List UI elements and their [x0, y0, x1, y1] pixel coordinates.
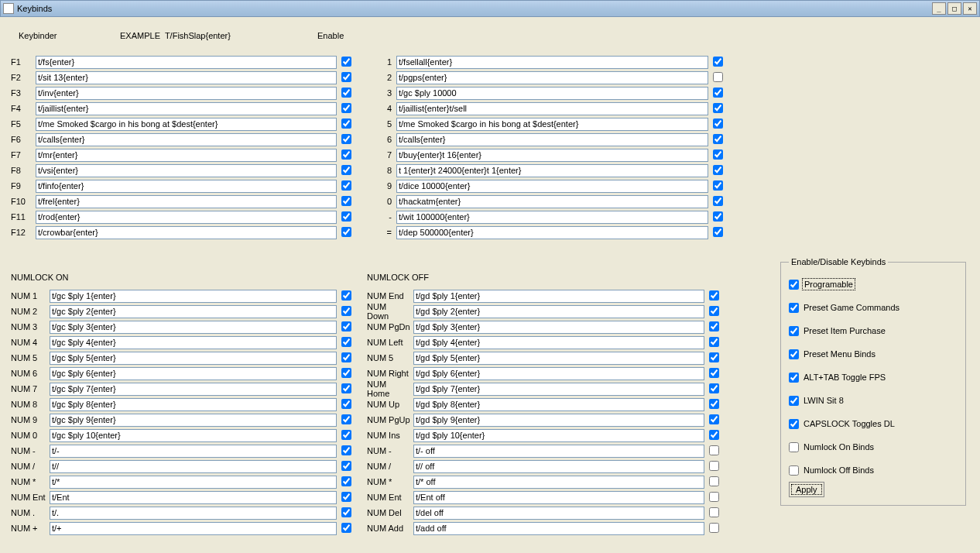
enable-checkbox[interactable]	[341, 227, 351, 237]
enable-checkbox[interactable]	[341, 149, 351, 160]
keybind-input[interactable]	[396, 133, 708, 146]
enable-checkbox[interactable]	[713, 196, 723, 206]
enable-checkbox[interactable]	[341, 103, 351, 113]
keybind-input[interactable]	[50, 522, 337, 535]
keybind-input[interactable]	[413, 460, 704, 473]
enable-checkbox[interactable]	[341, 383, 351, 393]
enable-checkbox[interactable]	[713, 211, 723, 222]
enable-checkbox[interactable]	[341, 476, 351, 486]
keybind-input[interactable]	[50, 367, 337, 380]
keybind-input[interactable]	[50, 290, 337, 303]
toggle-checkbox[interactable]	[789, 442, 799, 452]
toggle-checkbox[interactable]	[789, 349, 799, 359]
keybind-input[interactable]	[36, 195, 337, 208]
enable-checkbox[interactable]	[341, 88, 351, 98]
keybind-input[interactable]	[396, 71, 708, 84]
keybind-input[interactable]	[50, 398, 337, 411]
enable-checkbox[interactable]	[341, 134, 351, 144]
enable-checkbox[interactable]	[709, 461, 719, 471]
keybind-input[interactable]	[413, 367, 704, 380]
keybind-input[interactable]	[413, 305, 704, 318]
maximize-button[interactable]: □	[947, 2, 961, 15]
enable-checkbox[interactable]	[341, 57, 351, 67]
keybind-input[interactable]	[36, 71, 337, 84]
enable-checkbox[interactable]	[713, 134, 723, 144]
keybind-input[interactable]	[50, 383, 337, 396]
keybind-input[interactable]	[396, 180, 708, 193]
keybind-input[interactable]	[36, 226, 337, 239]
enable-checkbox[interactable]	[341, 492, 351, 502]
enable-checkbox[interactable]	[709, 445, 719, 455]
keybind-input[interactable]	[50, 507, 337, 520]
enable-checkbox[interactable]	[341, 414, 351, 424]
enable-checkbox[interactable]	[709, 414, 719, 424]
enable-checkbox[interactable]	[341, 352, 351, 362]
enable-checkbox[interactable]	[341, 461, 351, 471]
toggle-checkbox[interactable]	[789, 280, 799, 290]
keybind-input[interactable]	[396, 195, 708, 208]
keybind-input[interactable]	[413, 429, 704, 442]
enable-checkbox[interactable]	[341, 290, 351, 301]
enable-checkbox[interactable]	[713, 88, 723, 98]
keybind-input[interactable]	[50, 352, 337, 365]
enable-checkbox[interactable]	[341, 523, 351, 533]
keybind-input[interactable]	[413, 290, 704, 303]
enable-checkbox[interactable]	[709, 383, 719, 393]
enable-checkbox[interactable]	[709, 430, 719, 440]
enable-checkbox[interactable]	[713, 72, 723, 82]
keybind-input[interactable]	[36, 87, 337, 100]
enable-checkbox[interactable]	[709, 337, 719, 347]
enable-checkbox[interactable]	[341, 306, 351, 316]
keybind-input[interactable]	[50, 460, 337, 473]
keybind-input[interactable]	[50, 445, 337, 458]
enable-checkbox[interactable]	[713, 227, 723, 237]
keybind-input[interactable]	[50, 476, 337, 489]
enable-checkbox[interactable]	[341, 72, 351, 82]
keybind-input[interactable]	[36, 118, 337, 131]
toggle-checkbox[interactable]	[789, 303, 799, 313]
keybind-input[interactable]	[413, 336, 704, 349]
enable-checkbox[interactable]	[709, 290, 719, 301]
keybind-input[interactable]	[396, 149, 708, 162]
keybind-input[interactable]	[50, 305, 337, 318]
keybind-input[interactable]	[413, 352, 704, 365]
keybind-input[interactable]	[50, 336, 337, 349]
toggle-checkbox[interactable]	[789, 465, 799, 476]
enable-checkbox[interactable]	[341, 399, 351, 409]
enable-checkbox[interactable]	[709, 368, 719, 378]
keybind-input[interactable]	[36, 149, 337, 162]
keybind-input[interactable]	[413, 445, 704, 458]
enable-checkbox[interactable]	[713, 165, 723, 175]
keybind-input[interactable]	[413, 414, 704, 427]
keybind-input[interactable]	[396, 56, 708, 69]
enable-checkbox[interactable]	[341, 337, 351, 347]
keybind-input[interactable]	[413, 383, 704, 396]
keybind-input[interactable]	[396, 87, 708, 100]
enable-checkbox[interactable]	[709, 523, 719, 533]
keybind-input[interactable]	[413, 522, 704, 535]
keybind-input[interactable]	[50, 321, 337, 334]
enable-checkbox[interactable]	[713, 149, 723, 160]
keybind-input[interactable]	[36, 102, 337, 115]
keybind-input[interactable]	[50, 414, 337, 427]
apply-button[interactable]: Apply	[789, 482, 824, 497]
enable-checkbox[interactable]	[709, 507, 719, 517]
enable-checkbox[interactable]	[341, 211, 351, 222]
keybind-input[interactable]	[413, 507, 704, 520]
keybind-input[interactable]	[36, 211, 337, 224]
enable-checkbox[interactable]	[341, 196, 351, 206]
keybind-input[interactable]	[413, 476, 704, 489]
close-button[interactable]: ✕	[963, 2, 977, 15]
enable-checkbox[interactable]	[709, 492, 719, 502]
toggle-checkbox[interactable]	[789, 419, 799, 429]
enable-checkbox[interactable]	[709, 306, 719, 316]
enable-checkbox[interactable]	[713, 57, 723, 67]
enable-checkbox[interactable]	[341, 368, 351, 378]
keybind-input[interactable]	[36, 133, 337, 146]
enable-checkbox[interactable]	[341, 165, 351, 175]
toggle-checkbox[interactable]	[789, 326, 799, 336]
enable-checkbox[interactable]	[713, 180, 723, 191]
toggle-checkbox[interactable]	[789, 373, 799, 383]
keybind-input[interactable]	[36, 164, 337, 177]
keybind-input[interactable]	[36, 56, 337, 69]
